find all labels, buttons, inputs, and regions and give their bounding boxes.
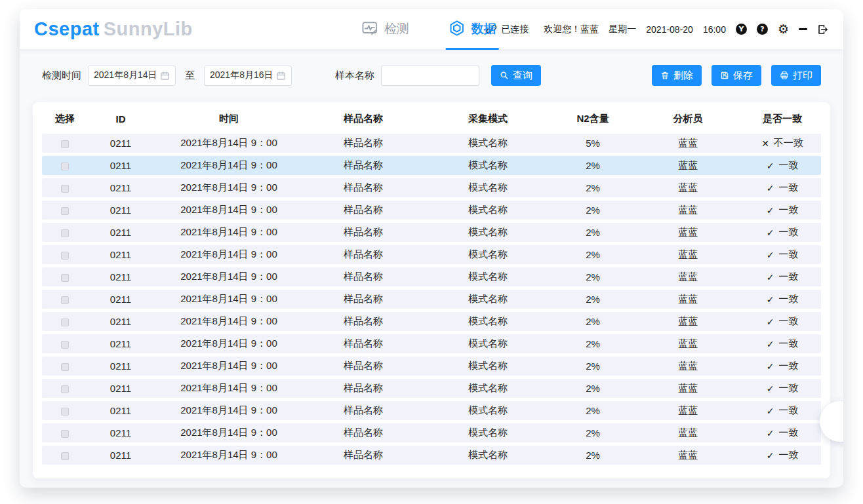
table-row[interactable]: 0211 2021年8月14日 9：00 样品名称 模式名称 2% 蓝蓝 ✓ 一…	[42, 379, 821, 398]
delete-button[interactable]: 删除	[652, 65, 702, 86]
row-checkbox[interactable]	[61, 274, 69, 282]
settings-gear-icon[interactable]: ⚙	[778, 23, 789, 35]
row-id: 0211	[88, 294, 153, 305]
row-time: 2021年8月14日 9：00	[153, 271, 304, 283]
row-mode: 模式名称	[422, 293, 553, 305]
save-button[interactable]: 保存	[712, 65, 761, 86]
row-checkbox[interactable]	[61, 408, 69, 416]
sample-name-input[interactable]	[381, 66, 479, 86]
table-body: 0211 2021年8月14日 9：00 样品名称 模式名称 5% 蓝蓝 ✕ 不…	[42, 134, 821, 465]
row-checkbox[interactable]	[61, 163, 69, 170]
row-mode: 模式名称	[422, 315, 553, 328]
row-mode: 模式名称	[422, 204, 553, 216]
date-from-value: 2021年8月14日	[94, 69, 157, 81]
row-checkbox[interactable]	[61, 252, 69, 260]
row-checkbox[interactable]	[61, 363, 69, 371]
row-analyst: 蓝蓝	[632, 293, 744, 305]
row-status: 不一致	[774, 137, 803, 149]
row-checkbox[interactable]	[61, 207, 69, 215]
status-icon: ✓	[767, 428, 774, 438]
row-n2: 2%	[553, 182, 632, 193]
col-select: 选择	[42, 113, 88, 125]
row-checkbox[interactable]	[61, 296, 69, 304]
row-analyst: 蓝蓝	[632, 360, 744, 372]
row-status: 一致	[778, 427, 798, 439]
help-icon[interactable]: ?	[757, 24, 768, 35]
table-row[interactable]: 0211 2021年8月14日 9：00 样品名称 模式名称 2% 蓝蓝 ✓ 一…	[42, 446, 821, 465]
row-n2: 2%	[553, 450, 632, 461]
table-row[interactable]: 0211 2021年8月14日 9：00 样品名称 模式名称 2% 蓝蓝 ✓ 一…	[42, 401, 821, 420]
status-icon: ✓	[767, 294, 774, 305]
row-checkbox[interactable]	[61, 341, 69, 349]
row-status: 一致	[778, 248, 798, 261]
table-row[interactable]: 0211 2021年8月14日 9：00 样品名称 模式名称 2% 蓝蓝 ✓ 一…	[42, 312, 821, 331]
delete-button-label: 删除	[673, 69, 693, 82]
row-id: 0211	[88, 405, 153, 416]
table-row[interactable]: 0211 2021年8月14日 9：00 样品名称 模式名称 2% 蓝蓝 ✓ 一…	[42, 223, 821, 242]
welcome-text: 欢迎您！蓝蓝	[544, 24, 599, 35]
row-time: 2021年8月14日 9：00	[153, 427, 304, 439]
row-mode: 模式名称	[422, 271, 553, 283]
row-id: 0211	[88, 450, 153, 461]
row-status: 一致	[778, 449, 798, 461]
row-n2: 2%	[553, 249, 632, 260]
row-sample: 样品名称	[304, 293, 422, 305]
row-id: 0211	[88, 271, 153, 282]
row-id: 0211	[88, 427, 153, 438]
table-row[interactable]: 0211 2021年8月14日 9：00 样品名称 模式名称 2% 蓝蓝 ✓ 一…	[42, 245, 821, 264]
row-checkbox[interactable]	[61, 140, 69, 148]
row-analyst: 蓝蓝	[632, 226, 744, 239]
table-row[interactable]: 0211 2021年8月14日 9：00 样品名称 模式名称 2% 蓝蓝 ✓ 一…	[42, 357, 821, 376]
row-time: 2021年8月14日 9：00	[153, 449, 304, 461]
row-checkbox[interactable]	[61, 185, 69, 193]
app-logo: Csepat SunnyLib	[34, 18, 193, 40]
row-sample: 样品名称	[304, 427, 422, 439]
row-checkbox[interactable]	[61, 452, 69, 460]
print-button[interactable]: 打印	[771, 65, 821, 86]
print-button-label: 打印	[793, 69, 813, 82]
time-text: 16:00	[703, 24, 726, 35]
table-row[interactable]: 0211 2021年8月14日 9：00 样品名称 模式名称 2% 蓝蓝 ✓ 一…	[42, 267, 821, 286]
date-from-input[interactable]: 2021年8月14日	[88, 66, 176, 86]
status-icon: ✓	[767, 227, 774, 238]
row-sample: 样品名称	[304, 404, 422, 417]
table-row[interactable]: 0211 2021年8月14日 9：00 样品名称 模式名称 2% 蓝蓝 ✓ 一…	[42, 178, 821, 197]
table-row[interactable]: 0211 2021年8月14日 9：00 样品名称 模式名称 2% 蓝蓝 ✓ 一…	[42, 156, 821, 175]
row-id: 0211	[88, 227, 153, 238]
query-button[interactable]: 查询	[491, 65, 541, 86]
table-header-row: 选择 ID 时间 样品名称 采集模式 N2含量 分析员 是否一致	[42, 104, 821, 134]
tab-detection[interactable]: 检测	[359, 9, 412, 50]
row-analyst: 蓝蓝	[632, 248, 744, 261]
table-row[interactable]: 0211 2021年8月14日 9：00 样品名称 模式名称 2% 蓝蓝 ✓ 一…	[42, 423, 821, 442]
row-checkbox[interactable]	[61, 319, 69, 326]
search-icon	[500, 71, 509, 80]
table-row[interactable]: 0211 2021年8月14日 9：00 样品名称 模式名称 2% 蓝蓝 ✓ 一…	[42, 290, 821, 309]
row-n2: 2%	[553, 227, 632, 238]
row-sample: 样品名称	[304, 315, 422, 328]
table-row[interactable]: 0211 2021年8月14日 9：00 样品名称 模式名称 5% 蓝蓝 ✕ 不…	[42, 134, 821, 153]
col-sample: 样品名称	[304, 113, 422, 125]
date-to-input[interactable]: 2021年8月16日	[204, 66, 292, 86]
exit-icon[interactable]	[817, 24, 829, 35]
connection-label: 已连接	[501, 24, 529, 35]
row-checkbox[interactable]	[61, 229, 69, 237]
row-sample: 样品名称	[304, 449, 422, 461]
row-analyst: 蓝蓝	[632, 159, 744, 172]
table-row[interactable]: 0211 2021年8月14日 9：00 样品名称 模式名称 2% 蓝蓝 ✓ 一…	[42, 334, 821, 353]
row-id: 0211	[88, 138, 153, 149]
row-status: 一致	[778, 404, 798, 417]
col-analyst: 分析员	[632, 113, 744, 125]
row-checkbox[interactable]	[61, 430, 69, 438]
row-sample: 样品名称	[304, 271, 422, 283]
minimize-icon[interactable]	[799, 28, 807, 30]
hexagon-data-icon	[449, 20, 466, 37]
status-icon: ✓	[767, 317, 774, 327]
row-time: 2021年8月14日 9：00	[153, 360, 304, 372]
brand-badge-icon[interactable]: Y	[736, 24, 747, 35]
row-analyst: 蓝蓝	[632, 271, 744, 283]
row-checkbox[interactable]	[61, 385, 69, 393]
row-mode: 模式名称	[422, 427, 553, 439]
row-time: 2021年8月14日 9：00	[153, 382, 304, 395]
tab-data[interactable]: 数据	[446, 9, 499, 50]
table-row[interactable]: 0211 2021年8月14日 9：00 样品名称 模式名称 2% 蓝蓝 ✓ 一…	[42, 201, 821, 220]
